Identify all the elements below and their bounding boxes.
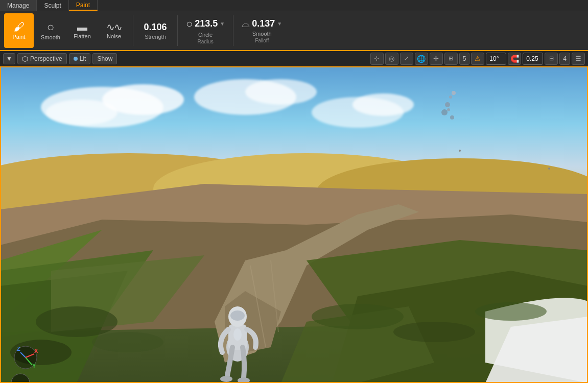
grid-icon: ⊞: [449, 55, 453, 62]
menu-tab-paint[interactable]: Paint: [69, 0, 98, 11]
lit-label: Lit: [80, 55, 86, 62]
svg-point-37: [452, 91, 456, 95]
strength-param: 0.106 Strength: [137, 13, 173, 48]
svg-text:Z: Z: [17, 346, 20, 352]
perspective-label: Perspective: [30, 55, 62, 62]
svg-point-3: [46, 100, 117, 125]
maximize-icon: ⤢: [404, 55, 409, 62]
tool-noise[interactable]: ∿∿ Noise: [99, 13, 129, 48]
svg-point-24: [92, 332, 163, 352]
maximize-btn[interactable]: ⤢: [400, 53, 413, 65]
transform-gizmo-btn[interactable]: ⊹: [370, 53, 384, 65]
tool-flatten-label: Flatten: [74, 33, 91, 39]
tool-paint[interactable]: 🖌 Paint: [4, 13, 34, 48]
menu-tab-sculpt[interactable]: Sculpt: [37, 0, 68, 11]
radius-label: Radius: [198, 39, 214, 44]
scene-svg: Z Y X ⊕: [0, 66, 588, 383]
dropdown-arrow-icon: ▼: [6, 55, 12, 62]
svg-point-42: [450, 115, 454, 119]
lit-btn[interactable]: Lit: [69, 53, 91, 64]
svg-point-26: [393, 322, 475, 342]
circle-radius-icon: ○: [186, 17, 193, 31]
snap-value-input[interactable]: 0.25: [523, 53, 543, 65]
smooth-icon: ○: [47, 21, 55, 33]
falloff-label: Falloff: [255, 38, 269, 43]
cursor-btn[interactable]: ✛: [430, 53, 443, 65]
svg-point-38: [449, 95, 452, 99]
toolbar-divider-1: [133, 15, 133, 46]
flatten-icon: ▬: [77, 22, 87, 32]
layers-icon: ⊟: [549, 55, 554, 62]
falloff-sub-label: Smooth: [252, 31, 272, 37]
orbit-icon: ◎: [389, 55, 394, 62]
svg-text:X: X: [34, 348, 38, 354]
viewport-right-controls: ⊹ ◎ ⤢ 🌐 ✛ ⊞ 5 ⚠ 10° 🧲 0.25: [370, 53, 585, 65]
grid-num-display: 5: [459, 53, 470, 65]
angle-value: 10°: [489, 55, 499, 62]
transform-icon: ⊹: [374, 55, 380, 62]
layers-btn[interactable]: ⊟: [545, 53, 558, 65]
show-label: Show: [97, 55, 112, 62]
snap-value: 0.25: [526, 55, 538, 62]
layers-count-display: 4: [559, 53, 570, 65]
svg-point-33: [230, 310, 245, 321]
orbit-btn[interactable]: ◎: [385, 53, 398, 65]
angle-input[interactable]: 10°: [486, 53, 506, 65]
svg-point-7: [352, 93, 414, 116]
show-btn[interactable]: Show: [92, 53, 117, 64]
svg-text:Y: Y: [32, 363, 36, 369]
settings-btn[interactable]: ☰: [572, 53, 585, 65]
svg-point-25: [312, 304, 404, 329]
top-menu-bar: Manage Sculpt Paint: [0, 0, 588, 11]
svg-point-5: [245, 79, 317, 105]
radius-dropdown-arrow[interactable]: ▼: [220, 21, 225, 27]
layers-count: 4: [563, 55, 567, 62]
lit-dot-icon: [74, 57, 78, 61]
radius-value[interactable]: 213.5: [195, 18, 218, 29]
tool-flatten[interactable]: ▬ Flatten: [67, 13, 97, 48]
menu-tab-manage[interactable]: Manage: [0, 0, 37, 11]
globe-btn[interactable]: 🌐: [415, 53, 428, 65]
radius-sub-label: Circle: [198, 32, 213, 38]
svg-point-40: [441, 109, 448, 115]
strength-value[interactable]: 0.106: [144, 22, 167, 33]
radius-param: ○ 213.5 ▼ Circle Radius: [182, 13, 229, 48]
strength-label: Strength: [145, 34, 166, 40]
caution-btn[interactable]: ⚠: [471, 53, 484, 65]
tool-noise-label: Noise: [107, 33, 121, 39]
snap-btn[interactable]: 🧲: [508, 53, 521, 65]
svg-point-27: [475, 302, 547, 321]
svg-point-44: [459, 150, 461, 152]
tool-paint-label: Paint: [12, 34, 25, 40]
svg-point-43: [548, 167, 550, 170]
viewport[interactable]: Z Y X ⊕: [0, 66, 588, 383]
falloff-dropdown-arrow[interactable]: ▼: [277, 21, 282, 27]
snap-icon: 🧲: [510, 55, 519, 63]
svg-point-41: [447, 108, 450, 111]
viewport-bar: ▼ ⬡ Perspective Lit Show ⊹ ◎ ⤢ 🌐 ✛ ⊞: [0, 51, 588, 66]
toolbar: 🖌 Paint ○ Smooth ▬ Flatten ∿∿ Noise 0.10…: [0, 11, 588, 51]
svg-point-34: [220, 376, 232, 382]
caution-icon: ⚠: [475, 55, 481, 62]
svg-point-36: [233, 328, 242, 341]
falloff-param: ⌓ 0.137 ▼ Smooth Falloff: [238, 13, 286, 48]
cursor-icon: ✛: [433, 55, 439, 62]
paint-icon: 🖌: [13, 21, 25, 33]
toolbar-divider-2: [177, 15, 178, 46]
viewport-dropdown-btn[interactable]: ▼: [3, 53, 15, 64]
svg-point-39: [445, 102, 450, 107]
tool-smooth[interactable]: ○ Smooth: [36, 13, 65, 48]
settings-icon: ☰: [575, 55, 581, 62]
falloff-value[interactable]: 0.137: [252, 18, 275, 29]
globe-icon: 🌐: [417, 55, 426, 63]
perspective-icon: ⬡: [22, 55, 28, 63]
grid-value: 5: [463, 55, 466, 62]
perspective-btn[interactable]: ⬡ Perspective: [17, 53, 67, 64]
noise-icon: ∿∿: [106, 22, 122, 32]
grid-btn[interactable]: ⊞: [444, 53, 458, 65]
svg-point-22: [36, 306, 117, 337]
toolbar-divider-3: [233, 15, 233, 46]
tool-smooth-label: Smooth: [41, 34, 60, 40]
falloff-icon: ⌓: [242, 18, 250, 30]
